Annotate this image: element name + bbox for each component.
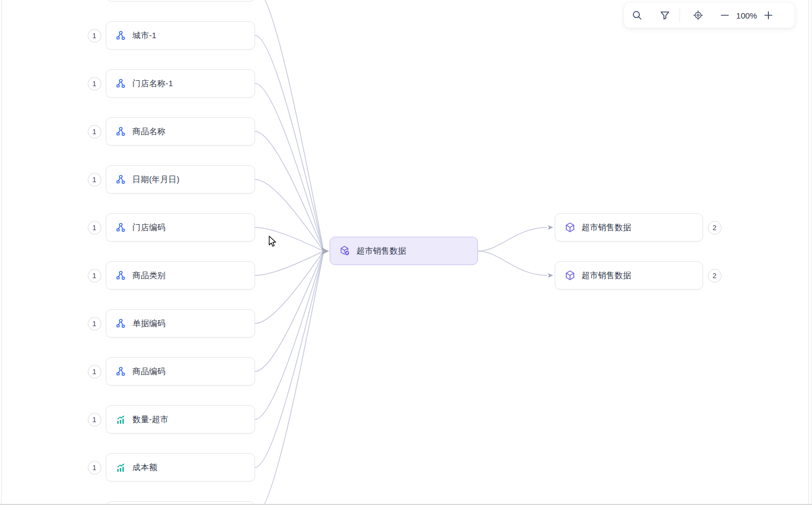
field-node[interactable]: 商品名称 xyxy=(106,117,255,146)
dimension-icon xyxy=(116,126,126,137)
dimension-icon xyxy=(116,78,126,89)
node-label: 商品编码 xyxy=(132,366,166,377)
field-node[interactable]: 门店名称-1 xyxy=(106,69,255,98)
node-count-badge: 1 xyxy=(88,221,101,235)
dimension-icon xyxy=(116,174,126,185)
dimension-icon xyxy=(116,270,126,281)
field-node[interactable]: 商品类别 xyxy=(106,261,255,290)
node-label: 门店名称-1 xyxy=(132,79,173,89)
node-label: 超市销售数据 xyxy=(356,246,406,256)
field-node[interactable]: 数量-超市 xyxy=(106,405,255,434)
filter-icon xyxy=(659,10,670,21)
node-count-badge: 1 xyxy=(88,77,101,91)
node-count-badge: 1 xyxy=(88,29,101,43)
dataset-cube-icon xyxy=(565,270,575,281)
dimension-icon xyxy=(116,222,126,233)
node-label: 超市销售数据 xyxy=(581,223,631,233)
node-count-badge: 1 xyxy=(88,125,101,139)
right-scrollbar-edge xyxy=(811,0,811,505)
node-count-badge: 1 xyxy=(88,365,101,378)
node-count-badge: 1 xyxy=(88,173,101,187)
dataset-node[interactable]: 超市销售数据 xyxy=(555,261,703,290)
node-label: 商品类别 xyxy=(132,270,166,281)
field-node[interactable]: 城市-1 xyxy=(106,21,255,50)
dimension-icon xyxy=(116,318,126,329)
locate-icon xyxy=(693,10,704,21)
search-button[interactable] xyxy=(631,9,643,21)
node-count-badge: 1 xyxy=(88,461,101,474)
field-node[interactable]: 单据编码 xyxy=(106,309,255,338)
minus-icon xyxy=(719,10,730,21)
dimension-icon xyxy=(116,30,126,41)
zoom-out-button[interactable] xyxy=(719,9,731,21)
node-label: 数量-超市 xyxy=(132,414,168,425)
dataset-node-selected[interactable]: 超市销售数据 xyxy=(330,237,478,265)
node-label: 门店编码 xyxy=(132,223,166,233)
node-label: 日期(年月日) xyxy=(132,175,179,185)
node-count-badge: 1 xyxy=(88,269,101,282)
measure-icon xyxy=(116,462,126,473)
toolbar-divider xyxy=(680,8,680,22)
node-label: 成本额 xyxy=(132,462,157,473)
measure-icon xyxy=(116,414,126,425)
dataset-cube-icon xyxy=(565,222,575,233)
field-node-partial-top[interactable] xyxy=(106,0,255,2)
node-count-badge: 2 xyxy=(708,221,722,235)
field-node[interactable]: 日期(年月日) xyxy=(106,165,255,194)
canvas-toolbar: 100% xyxy=(624,3,795,28)
node-label: 商品名称 xyxy=(132,127,166,137)
plus-icon xyxy=(763,10,774,21)
dataset-cube-current-icon xyxy=(340,245,350,256)
zoom-in-button[interactable] xyxy=(762,9,774,21)
zoom-level: 100% xyxy=(735,11,759,20)
node-count-badge: 2 xyxy=(708,269,722,282)
dataset-node[interactable]: 超市销售数据 xyxy=(555,213,703,242)
node-count-badge: 1 xyxy=(88,317,101,330)
field-node[interactable]: 商品编码 xyxy=(106,357,255,386)
field-node[interactable]: 成本额 xyxy=(106,453,255,482)
mouse-cursor xyxy=(268,236,279,249)
node-label: 单据编码 xyxy=(132,318,166,329)
filter-button[interactable] xyxy=(659,9,671,21)
field-node[interactable]: 门店编码 xyxy=(106,213,255,242)
right-panel-edge xyxy=(808,0,809,505)
node-label: 超市销售数据 xyxy=(581,270,631,281)
search-icon xyxy=(632,10,643,21)
left-panel-edge xyxy=(1,0,2,505)
lineage-canvas[interactable]: 1 城市-11 门店名称-11 商品名称1 日期(年月日)1 门店编码1 商品类… xyxy=(0,0,812,505)
node-count-badge: 1 xyxy=(88,413,101,426)
locate-button[interactable] xyxy=(692,9,704,21)
dimension-icon xyxy=(116,366,126,377)
node-label: 城市-1 xyxy=(132,31,156,41)
